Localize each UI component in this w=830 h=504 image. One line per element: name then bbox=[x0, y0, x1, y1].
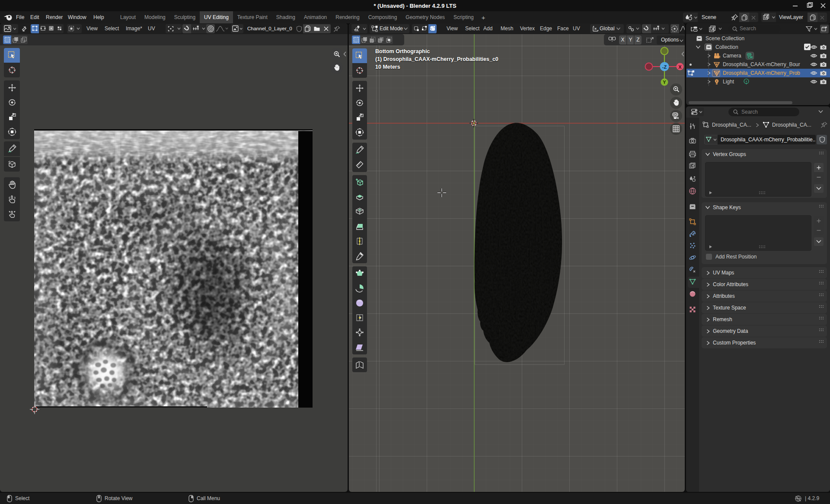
svg-text:-Z: -Z bbox=[662, 64, 667, 70]
svg-text:Y: Y bbox=[663, 80, 666, 85]
svg-text:X: X bbox=[678, 64, 682, 70]
